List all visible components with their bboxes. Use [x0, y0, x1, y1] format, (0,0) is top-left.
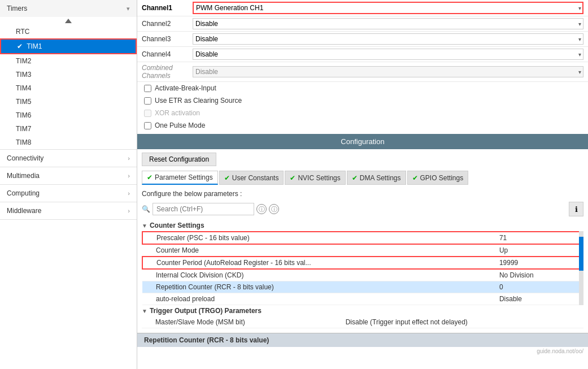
tab-3[interactable]: ✔DMA Settings: [347, 171, 406, 185]
checkbox-row-0: Activate-Break-Input: [137, 82, 588, 94]
counter-row-name-4: Repetition Counter (RCR - 8 bits value): [142, 281, 495, 293]
collapse-arrow-trigger[interactable]: ▼: [142, 308, 147, 314]
tab-label-0: Parameter Settings: [155, 173, 213, 181]
multimedia-label: Multimedia: [7, 172, 40, 180]
tab-4[interactable]: ✔GPIO Settings: [407, 171, 469, 185]
connectivity-label: Connectivity: [7, 154, 43, 162]
counter-row-value-3: No Division: [495, 269, 583, 281]
reset-config-button[interactable]: Reset Configuration: [142, 153, 216, 166]
channel-label-0: Channel1: [142, 4, 193, 12]
channel-select-wrapper-0: PWM Generation CH1▾: [193, 2, 583, 14]
sidebar-item-tim6[interactable]: TIM6: [0, 108, 137, 122]
scrollbar[interactable]: [579, 231, 583, 305]
channel-select-1[interactable]: Disable: [193, 18, 583, 29]
table-row: Repetition Counter (RCR - 8 bits value)0: [142, 281, 583, 293]
chevron-down-icon: ▾: [127, 5, 130, 12]
trigger-section-label: Trigger Output (TRGO) Parameters: [150, 307, 262, 315]
chevron-right-icon: ›: [128, 155, 130, 162]
channel-label-1: Channel2: [142, 20, 193, 28]
info-circle-1[interactable]: ⓘ: [256, 204, 267, 214]
sidebar-item-tim1[interactable]: ✔ TIM1: [0, 38, 137, 54]
configure-text: Configure the below parameters :: [142, 188, 583, 199]
sidebar-item-multimedia[interactable]: Multimedia ›: [0, 167, 137, 184]
sidebar-item-tim4[interactable]: TIM4: [0, 81, 137, 95]
sidebar-item-tim5[interactable]: TIM5: [0, 95, 137, 108]
tab-2[interactable]: ✔NVIC Settings: [285, 171, 345, 185]
channel-select-2[interactable]: Disable: [193, 33, 583, 45]
checkbox-1[interactable]: [144, 97, 151, 105]
chevron-right-icon-multimedia: ›: [128, 172, 130, 179]
combined-channels-select[interactable]: Disable: [193, 66, 583, 77]
counter-row-name-0: Prescaler (PSC - 16 bits value): [142, 232, 495, 244]
trigger-row-value: Disable (Trigger input effect not delaye…: [341, 316, 583, 328]
trigger-row-name: Master/Slave Mode (MSM bit): [142, 316, 341, 328]
combined-channels-select-wrapper: Disable ▾: [193, 66, 583, 77]
tab-check-4: ✔: [412, 174, 418, 182]
table-row: Counter Period (AutoReload Register - 16…: [142, 257, 583, 269]
channel-row-3: Channel4Disable▾: [137, 47, 588, 62]
sidebar-section-middleware: Middleware ›: [0, 202, 137, 220]
collapse-arrow-counter[interactable]: ▼: [142, 223, 147, 229]
timers-label: Timers: [7, 5, 27, 12]
table-row: auto-reload preloadDisable: [142, 293, 583, 305]
trigger-section-header: ▼ Trigger Output (TRGO) Parameters: [142, 305, 583, 316]
sidebar-item-tim7[interactable]: TIM7: [0, 122, 137, 136]
sidebar-item-middleware[interactable]: Middleware ›: [0, 202, 137, 219]
tab-check-2: ✔: [290, 174, 295, 182]
checkbox-row-2: XOR activation: [137, 107, 588, 119]
tab-label-4: GPIO Settings: [420, 174, 464, 182]
counter-row-name-3: Internal Clock Division (CKD): [142, 269, 495, 281]
counter-row-value-4: 0: [495, 281, 583, 293]
channel-label-3: Channel4: [142, 50, 193, 58]
channel-select-wrapper-1: Disable▾: [193, 18, 583, 29]
sidebar-section-computing: Computing ›: [0, 185, 137, 202]
sidebar-section-timers: Timers ▾ RTC ✔ TIM1 TIM2 TIM3 TIM4 TIM5 …: [0, 0, 137, 150]
counter-table-wrap: Prescaler (PSC - 16 bits value)71Counter…: [142, 231, 583, 305]
sidebar-item-tim3[interactable]: TIM3: [0, 68, 137, 81]
channel-row-2: Channel3Disable▾: [137, 32, 588, 47]
sidebar-item-timers[interactable]: Timers ▾: [0, 0, 137, 17]
tab-label-3: DMA Settings: [360, 174, 401, 182]
tab-check-1: ✔: [224, 174, 230, 182]
arrow-up-icon: [65, 19, 72, 23]
checkbox-row-3: One Pulse Mode: [137, 119, 588, 132]
search-input[interactable]: [153, 203, 254, 215]
checkbox-label-0: Activate-Break-Input: [155, 84, 216, 92]
tab-1[interactable]: ✔User Constants: [219, 171, 284, 185]
counter-row-value-5: Disable: [495, 293, 583, 305]
checkbox-3[interactable]: [144, 122, 151, 129]
sidebar-section-connectivity: Connectivity ›: [0, 150, 137, 167]
checkbox-label-3: One Pulse Mode: [155, 121, 205, 129]
sidebar-item-tim2[interactable]: TIM2: [0, 54, 137, 68]
checkbox-label-1: Use ETR as Clearing Source: [155, 97, 242, 105]
tab-check-0: ✔: [147, 173, 153, 181]
info-button[interactable]: ℹ: [569, 202, 583, 216]
search-row: 🔍 ⓘ ⓘ ℹ: [142, 202, 583, 216]
config-header: Configuration: [137, 134, 588, 149]
table-row: Prescaler (PSC - 16 bits value)71: [142, 232, 583, 244]
checkbox-0[interactable]: [144, 85, 151, 92]
counter-row-name-5: auto-reload preload: [142, 293, 495, 305]
check-icon: ✔: [17, 42, 23, 50]
counter-row-name-1: Counter Mode: [142, 244, 495, 257]
table-row: Counter ModeUp: [142, 244, 583, 257]
chevron-right-icon-middleware: ›: [128, 207, 130, 214]
channel-select-wrapper-2: Disable▾: [193, 33, 583, 45]
channel-select-0[interactable]: PWM Generation CH1: [193, 2, 583, 14]
sidebar-item-tim8[interactable]: TIM8: [0, 136, 137, 149]
chevron-right-icon-computing: ›: [128, 190, 130, 197]
channel-label-2: Channel3: [142, 35, 193, 43]
sidebar-item-computing[interactable]: Computing ›: [0, 185, 137, 202]
info-circle-2[interactable]: ⓘ: [269, 204, 279, 214]
config-body: Reset Configuration ✔Parameter Settings✔…: [137, 149, 588, 332]
tab-0[interactable]: ✔Parameter Settings: [142, 171, 218, 185]
sidebar-section-multimedia: Multimedia ›: [0, 167, 137, 185]
counter-settings-label: Counter Settings: [150, 222, 204, 229]
sidebar: Timers ▾ RTC ✔ TIM1 TIM2 TIM3 TIM4 TIM5 …: [0, 0, 137, 369]
channel-row-0: Channel1PWM Generation CH1▾: [137, 0, 588, 16]
counter-row-value-1: Up: [495, 244, 583, 257]
sidebar-item-rtc[interactable]: RTC: [0, 25, 137, 38]
channel-select-3[interactable]: Disable: [193, 49, 583, 60]
sidebar-item-connectivity[interactable]: Connectivity ›: [0, 150, 137, 167]
bottom-bar: Repetition Counter (RCR - 8 bits value): [137, 333, 588, 347]
